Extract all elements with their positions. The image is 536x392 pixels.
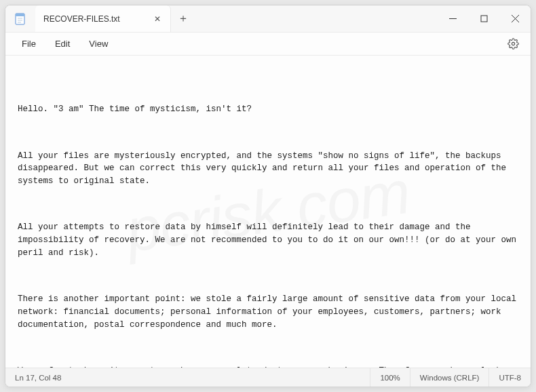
close-tab-icon[interactable]: ✕ xyxy=(153,14,162,24)
status-encoding[interactable]: UTF-8 xyxy=(489,368,531,387)
app-icon xyxy=(5,5,35,32)
svg-rect-6 xyxy=(481,16,487,22)
svg-point-9 xyxy=(512,42,514,45)
menubar: File Edit View xyxy=(5,33,531,56)
status-zoom[interactable]: 100% xyxy=(370,368,409,387)
titlebar: RECOVER-FILES.txt ✕ ＋ xyxy=(5,5,531,33)
statusbar: Ln 17, Col 48 100% Windows (CRLF) UTF-8 xyxy=(5,368,531,387)
para-1: Hello. "3 am" The time of mysticism, isn… xyxy=(18,103,518,116)
menu-view[interactable]: View xyxy=(81,35,116,52)
notepad-window: RECOVER-FILES.txt ✕ ＋ File Edit View xyxy=(5,5,531,387)
para-4: There is another important point: we sto… xyxy=(18,293,518,331)
para-2: All your files are mysteriously encrypte… xyxy=(18,150,518,188)
status-cursor-position[interactable]: Ln 17, Col 48 xyxy=(5,368,71,387)
window-controls xyxy=(437,5,531,32)
close-window-button[interactable] xyxy=(499,5,531,32)
maximize-button[interactable] xyxy=(468,5,499,32)
settings-button[interactable] xyxy=(503,35,522,54)
text-editor-area[interactable]: pcrisk.com Hello. "3 am" The time of mys… xyxy=(5,56,531,368)
minimize-button[interactable] xyxy=(437,5,468,32)
tab-title: RECOVER-FILES.txt xyxy=(43,14,147,24)
para-5: We prefer to keep it secret, we have no … xyxy=(18,365,518,368)
file-tab[interactable]: RECOVER-FILES.txt ✕ xyxy=(35,5,171,32)
menu-edit[interactable]: Edit xyxy=(47,35,78,52)
para-3: All your attempts to restore data by him… xyxy=(18,221,518,259)
svg-rect-1 xyxy=(16,14,24,16)
status-line-ending[interactable]: Windows (CRLF) xyxy=(410,368,489,387)
titlebar-drag-area[interactable] xyxy=(195,5,437,32)
menu-file[interactable]: File xyxy=(14,35,44,52)
new-tab-button[interactable]: ＋ xyxy=(171,5,195,32)
